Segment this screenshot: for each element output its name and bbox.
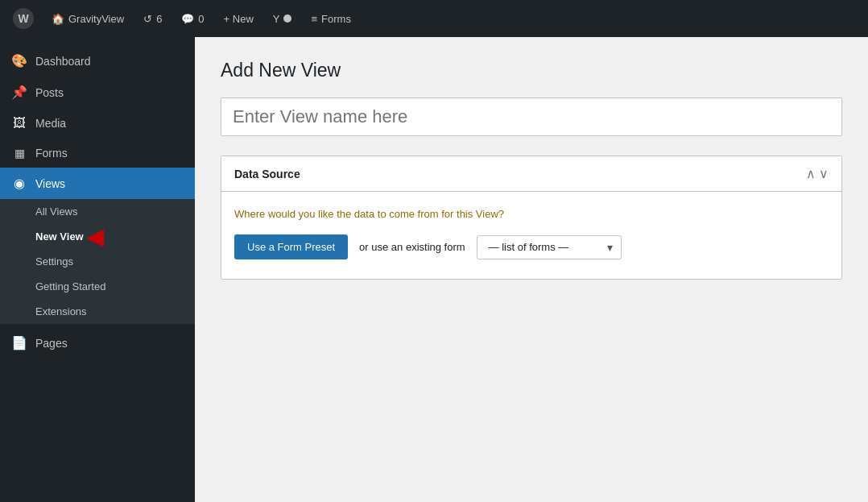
collapse-down-icon[interactable]: ∨ — [819, 166, 829, 181]
collapse-controls[interactable]: ∧ ∨ — [806, 166, 829, 181]
sidebar-item-posts[interactable]: 📌 Posts — [0, 77, 195, 108]
sidebar-item-label-dashboard: Dashboard — [35, 55, 91, 68]
sidebar-item-label-posts: Posts — [35, 86, 64, 99]
adminbar-forms[interactable]: ≡ Forms — [303, 0, 358, 37]
data-source-controls: Use a Form Preset or use an existing for… — [234, 234, 829, 259]
admin-bar: W 🏠 GravityView ↺ 6 💬 0 + New Y ≡ Forms — [0, 0, 868, 37]
data-source-body: Where would you like the data to come fr… — [221, 192, 841, 279]
data-source-question: Where would you like the data to come fr… — [234, 208, 829, 220]
sidebar-item-forms[interactable]: ▦ Forms — [0, 139, 195, 168]
data-source-header: Data Source ∧ ∨ — [221, 156, 841, 192]
pages-icon: 📄 — [11, 335, 27, 351]
adminbar-new[interactable]: + New — [216, 0, 262, 37]
extensions-label: Extensions — [35, 305, 87, 317]
submenu-all-views[interactable]: All Views — [0, 199, 195, 224]
data-source-section: Data Source ∧ ∨ Where would you like the… — [221, 156, 842, 280]
adminbar-site-name[interactable]: 🏠 GravityView — [43, 0, 132, 37]
updates-count: 6 — [156, 13, 162, 25]
comments-icon: 💬 — [181, 13, 194, 25]
sidebar-item-label-views: Views — [35, 177, 65, 190]
getting-started-label: Getting Started — [35, 280, 105, 292]
submenu-settings[interactable]: Settings — [0, 249, 195, 274]
settings-label: Settings — [35, 255, 73, 268]
dashboard-icon: 🎨 — [11, 53, 27, 68]
posts-icon: 📌 — [11, 85, 27, 100]
new-label: + New — [224, 13, 254, 25]
collapse-up-icon[interactable]: ∧ — [806, 166, 816, 181]
views-submenu: All Views New View ◀ Settings Getting St… — [0, 199, 195, 324]
comments-count: 0 — [198, 13, 204, 25]
sidebar-item-label-media: Media — [35, 117, 66, 130]
sidebar: 🎨 Dashboard 📌 Posts 🖼 Media ▦ Forms ◉ Vi… — [0, 37, 195, 502]
yoast-dot — [283, 15, 291, 23]
adminbar-yoast[interactable]: Y — [265, 0, 300, 37]
sidebar-item-views[interactable]: ◉ Views — [0, 168, 195, 199]
yoast-icon: Y — [273, 13, 280, 25]
submenu-getting-started[interactable]: Getting Started — [0, 274, 195, 299]
sidebar-item-media[interactable]: 🖼 Media — [0, 108, 195, 139]
or-text: or use an existing form — [359, 241, 465, 253]
submenu-extensions[interactable]: Extensions — [0, 299, 195, 324]
home-icon: 🏠 — [52, 13, 64, 25]
dropdown-arrow-icon: ▾ — [607, 241, 613, 254]
all-views-label: All Views — [35, 205, 78, 218]
forms-icon: ≡ — [311, 13, 317, 25]
site-name-label: GravityView — [68, 13, 124, 25]
sidebar-item-label-forms: Forms — [35, 147, 68, 160]
media-icon: 🖼 — [11, 116, 27, 131]
views-icon: ◉ — [11, 176, 27, 191]
submenu-new-view[interactable]: New View ◀ — [0, 224, 195, 249]
updates-icon: ↺ — [143, 13, 152, 25]
view-name-input[interactable] — [221, 97, 842, 136]
sidebar-item-label-pages: Pages — [35, 337, 68, 350]
forms-menu-icon: ▦ — [11, 147, 27, 160]
dropdown-label: — list of forms — — [489, 241, 569, 253]
data-source-title: Data Source — [234, 168, 300, 180]
sidebar-item-dashboard[interactable]: 🎨 Dashboard — [0, 45, 195, 77]
sidebar-item-pages[interactable]: 📄 Pages — [0, 327, 195, 359]
red-arrow-icon: ◀ — [87, 224, 103, 249]
forms-label: Forms — [321, 13, 351, 25]
wp-icon: W — [13, 8, 34, 29]
adminbar-updates[interactable]: ↺ 6 — [135, 0, 170, 37]
list-of-forms-dropdown[interactable]: — list of forms — ▾ — [477, 235, 622, 259]
new-view-label: New View — [35, 230, 84, 243]
adminbar-comments[interactable]: 💬 0 — [173, 0, 212, 37]
page-title: Add New View — [221, 60, 842, 81]
wp-logo[interactable]: W — [6, 0, 40, 37]
use-form-preset-button[interactable]: Use a Form Preset — [234, 234, 348, 259]
content-area: Add New View Data Source ∧ ∨ Where would… — [195, 37, 868, 502]
